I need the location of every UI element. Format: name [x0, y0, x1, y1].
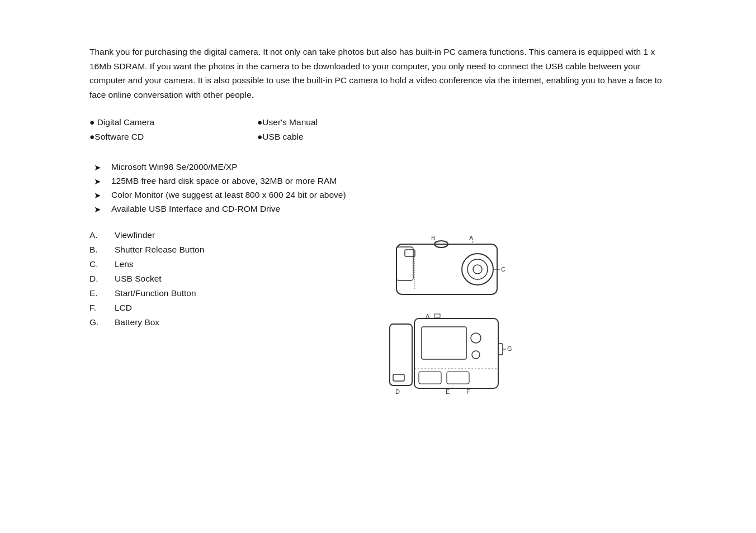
- package-item-4: ●USB cable: [257, 132, 425, 142]
- comp-desc-F: LCD: [115, 303, 132, 313]
- comp-item-D: D. USB Socket: [89, 274, 204, 284]
- package-item-2: ●Software CD: [89, 132, 257, 142]
- package-item-1: ● Digital Camera: [89, 117, 257, 127]
- camera-diagrams: B A C: [215, 230, 667, 397]
- comp-desc-B: Shutter Release Button: [115, 245, 204, 255]
- package-contents: ● Digital Camera ●Software CD ●User's Ma…: [89, 117, 667, 146]
- svg-rect-30: [447, 372, 469, 384]
- comp-item-B: B. Shutter Release Button: [89, 245, 204, 255]
- svg-text:F: F: [466, 388, 470, 395]
- comp-desc-C: Lens: [115, 259, 134, 269]
- comp-item-G: G. Battery Box: [89, 317, 204, 327]
- diagram-top-view: B A C: [391, 230, 514, 303]
- req-text-3: Color Monitor (we suggest at least 800 x…: [111, 190, 346, 200]
- req-item-4: ➤ Available USB Interface and CD-ROM Dri…: [89, 204, 667, 215]
- svg-point-3: [473, 265, 482, 274]
- arrow-icon-2: ➤: [94, 177, 101, 187]
- req-item-2: ➤ 125MB free hard disk space or above, 3…: [89, 176, 667, 187]
- intro-paragraph: Thank you for purchasing the digital cam…: [89, 45, 667, 102]
- arrow-icon-1: ➤: [94, 163, 101, 173]
- diagram-back-view: A D E F G: [385, 313, 519, 397]
- req-item-1: ➤ Microsoft Win98 Se/2000/ME/XP: [89, 162, 667, 173]
- svg-text:E: E: [446, 388, 450, 395]
- comp-item-F: F. LCD: [89, 303, 204, 313]
- svg-point-18: [471, 333, 481, 343]
- req-text-4: Available USB Interface and CD-ROM Drive: [111, 204, 280, 214]
- svg-point-2: [467, 259, 488, 279]
- package-col-1: ● Digital Camera ●Software CD: [89, 117, 257, 146]
- svg-text:B: B: [431, 235, 435, 241]
- comp-desc-G: Battery Box: [115, 317, 159, 327]
- comp-item-E: E. Start/Function Button: [89, 288, 204, 298]
- comp-desc-E: Start/Function Button: [115, 288, 196, 298]
- svg-text:G: G: [507, 345, 512, 352]
- req-text-2: 125MB free hard disk space or above, 32M…: [111, 176, 337, 186]
- arrow-icon-3: ➤: [94, 191, 101, 201]
- comp-desc-D: USB Socket: [115, 274, 162, 284]
- svg-rect-20: [498, 344, 503, 355]
- comp-letter-D: D.: [89, 274, 115, 284]
- svg-rect-22: [434, 314, 440, 317]
- svg-text:A: A: [426, 313, 430, 320]
- comp-letter-C: C.: [89, 259, 115, 269]
- svg-rect-16: [414, 318, 498, 388]
- svg-rect-29: [419, 372, 441, 384]
- svg-rect-17: [422, 327, 466, 359]
- package-col-2: ●User's Manual ●USB cable: [257, 117, 425, 146]
- arrow-icon-4: ➤: [94, 204, 101, 215]
- requirements-list: ➤ Microsoft Win98 Se/2000/ME/XP ➤ 125MB …: [89, 162, 667, 215]
- comp-desc-A: Viewfinder: [115, 230, 155, 240]
- comp-item-A: A. Viewfinder: [89, 230, 204, 240]
- package-item-3: ●User's Manual: [257, 117, 425, 127]
- req-item-3: ➤ Color Monitor (we suggest at least 800…: [89, 190, 667, 201]
- comp-letter-E: E.: [89, 288, 115, 298]
- component-list: A. Viewfinder B. Shutter Release Button …: [89, 230, 204, 332]
- svg-rect-15: [393, 374, 404, 381]
- comp-item-C: C. Lens: [89, 259, 204, 269]
- req-text-1: Microsoft Win98 Se/2000/ME/XP: [111, 162, 238, 172]
- svg-text:A: A: [469, 235, 474, 241]
- components-section: A. Viewfinder B. Shutter Release Button …: [89, 230, 667, 397]
- svg-text:C: C: [501, 266, 505, 273]
- comp-letter-B: B.: [89, 245, 115, 255]
- comp-letter-F: F.: [89, 303, 115, 313]
- svg-point-1: [462, 254, 493, 285]
- svg-point-19: [472, 351, 480, 359]
- comp-letter-A: A.: [89, 230, 115, 240]
- comp-letter-G: G.: [89, 317, 115, 327]
- page-container: Thank you for purchasing the digital cam…: [0, 0, 756, 430]
- svg-text:D: D: [395, 388, 400, 395]
